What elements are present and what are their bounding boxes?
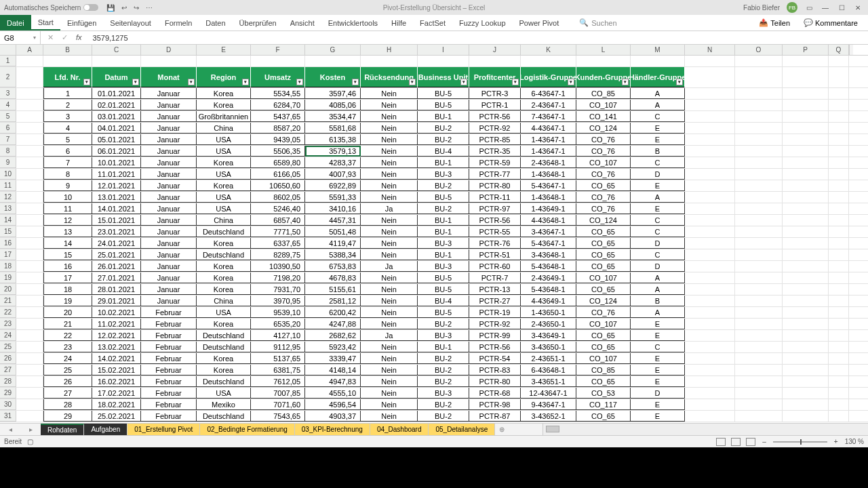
cell[interactable] [685,411,735,422]
col-header-B[interactable]: B [43,45,92,55]
table-cell[interactable]: 3339,47 [305,353,361,364]
table-cell[interactable]: Januar [141,100,197,110]
cell[interactable] [16,319,43,329]
table-cell[interactable]: 6381,75 [251,365,305,375]
table-cell[interactable]: Januar [141,261,197,272]
page-layout-view-icon[interactable] [731,438,741,446]
table-header[interactable]: Lfd. Nr.▾ [43,67,92,87]
namebox-dropdown-icon[interactable]: ▾ [33,35,36,41]
table-cell[interactable]: 13.02.2021 [92,342,141,352]
table-cell[interactable]: PCTR-80 [469,376,521,387]
table-cell[interactable]: 6135,38 [305,134,361,145]
table-cell[interactable]: BU-3 [418,238,469,249]
table-cell[interactable]: 14.01.2021 [92,203,141,214]
table-cell[interactable]: CO_76 [576,169,631,180]
table-cell[interactable]: CO_141 [576,111,631,122]
cell[interactable] [783,284,829,295]
table-cell[interactable]: PCTR-80 [469,180,521,191]
table-cell[interactable]: PCTR-35 [469,146,521,157]
table-cell[interactable]: PCTR-7 [469,272,521,283]
ribbon-tab-fuzzy lookup[interactable]: Fuzzy Lookup [452,15,512,30]
table-cell[interactable]: E [631,399,685,410]
table-cell[interactable]: 4148,14 [305,365,361,375]
table-header[interactable]: Profitcenter▾ [469,67,521,87]
row-header[interactable]: 19 [0,272,16,283]
cell[interactable] [783,146,829,157]
table-cell[interactable]: 13 [43,226,92,237]
table-cell[interactable]: Nein [361,192,418,203]
cell[interactable] [783,192,829,203]
table-cell[interactable]: 19 [43,296,92,306]
cell[interactable] [829,88,849,99]
table-cell[interactable]: USA [197,169,251,180]
table-cell[interactable]: Ja [361,330,418,341]
table-cell[interactable]: 10650,60 [251,180,305,191]
table-cell[interactable]: 23 [43,342,92,352]
close-icon[interactable]: ✕ [853,4,863,12]
table-cell[interactable]: USA [197,203,251,214]
cell[interactable] [16,111,43,122]
zoom-level[interactable]: 130 % [845,438,864,445]
sheet-grid[interactable]: 12Lfd. Nr.▾Datum▾Monat▾Region▾Umsatz▾Kos… [0,56,868,423]
cell[interactable] [783,376,829,387]
table-cell[interactable]: 28 [43,399,92,410]
table-cell[interactable]: 2-43649-1 [521,272,576,283]
table-cell[interactable]: 9-43647-1 [521,399,576,410]
cell[interactable] [735,249,783,260]
table-cell[interactable]: A [631,88,685,99]
row-header[interactable]: 10 [0,169,16,180]
table-cell[interactable]: USA [197,146,251,157]
table-cell[interactable]: Februar [141,307,197,318]
cell[interactable] [783,296,829,306]
table-cell[interactable]: PCTR-83 [469,365,521,375]
cell[interactable] [735,399,783,410]
table-cell[interactable]: 5155,61 [305,284,361,295]
table-cell[interactable]: Korea [197,284,251,295]
table-cell[interactable]: PCTR-56 [469,215,521,226]
ribbon-display-icon[interactable]: ▭ [804,4,814,12]
table-cell[interactable]: 6922,89 [305,180,361,191]
cell[interactable] [829,157,849,168]
table-cell[interactable]: E [631,203,685,214]
maximize-icon[interactable]: ☐ [837,4,846,12]
cell[interactable] [735,261,783,272]
table-cell[interactable]: 3-43651-1 [521,376,576,387]
cell[interactable] [16,296,43,306]
table-cell[interactable]: USA [197,192,251,203]
cell[interactable] [829,411,849,422]
table-cell[interactable]: Februar [141,330,197,341]
col-header-Q[interactable]: Q [829,45,849,55]
table-cell[interactable]: 11.02.2021 [92,319,141,329]
table-cell[interactable]: PCTR-99 [469,330,521,341]
cell[interactable] [576,56,631,66]
table-cell[interactable]: CO_107 [576,272,631,283]
cell[interactable] [16,365,43,375]
table-cell[interactable]: Nein [361,249,418,260]
table-cell[interactable]: CO_85 [576,365,631,375]
table-cell[interactable]: CO_124 [576,123,631,134]
table-cell[interactable]: 4-43648-1 [521,215,576,226]
table-cell[interactable]: 18 [43,284,92,295]
cell[interactable] [783,261,829,272]
table-cell[interactable]: E [631,411,685,422]
table-cell[interactable]: Nein [361,411,418,422]
sheet-tab[interactable]: 05_Detailanalyse [429,424,495,435]
table-cell[interactable]: 5581,68 [305,123,361,134]
row-header[interactable]: 28 [0,376,16,387]
table-cell[interactable]: Nein [361,226,418,237]
table-cell[interactable]: E [631,353,685,364]
table-cell[interactable]: Großbritannien [197,111,251,122]
table-cell[interactable]: BU-5 [418,88,469,99]
cell[interactable] [783,180,829,191]
table-cell[interactable]: 9112,95 [251,342,305,352]
cell[interactable] [685,388,735,399]
table-cell[interactable]: 7612,05 [251,376,305,387]
table-cell[interactable]: Nein [361,284,418,295]
cell[interactable] [829,111,849,122]
cell[interactable] [829,56,849,66]
cell[interactable] [251,56,305,66]
row-header[interactable]: 3 [0,88,16,99]
col-header-C[interactable]: C [92,45,141,55]
table-cell[interactable]: BU-5 [418,307,469,318]
table-cell[interactable]: Januar [141,249,197,260]
